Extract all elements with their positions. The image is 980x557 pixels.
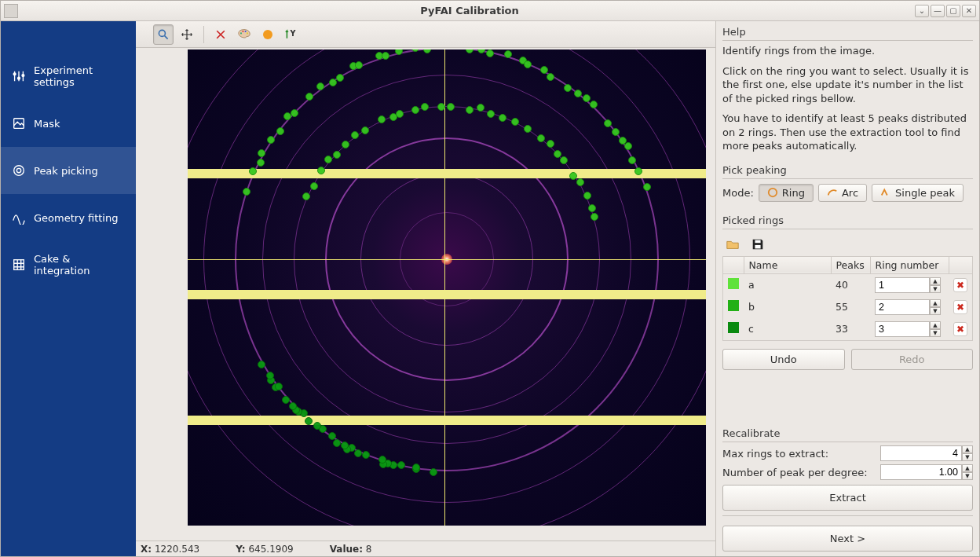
ring-down[interactable]: ▼	[930, 329, 941, 337]
sidebar-item-label: Experiment settings	[34, 64, 125, 88]
help-text-2: Click on the ring you want to select. Us…	[722, 64, 973, 106]
svg-rect-14	[755, 240, 760, 243]
ring-name: b	[744, 296, 831, 318]
ring-down[interactable]: ▼	[930, 285, 941, 293]
window-help-button[interactable]: ⌄	[915, 5, 929, 17]
pan-button[interactable]	[177, 24, 197, 45]
sidebar: Experiment settings Mask Peak picking Ge…	[1, 21, 136, 556]
ring-name: a	[744, 273, 831, 296]
help-text-1: Identify rings from the image.	[722, 44, 973, 58]
table-row[interactable]: b55▲▼✖	[723, 296, 973, 318]
sidebar-item-mask[interactable]: Mask	[1, 100, 136, 147]
app-window: PyFAI Calibration ⌄ — ▢ ✕ Experiment set…	[0, 0, 980, 557]
sidebar-item-label: Mask	[34, 118, 60, 130]
move-icon	[181, 28, 193, 41]
save-button[interactable]	[749, 236, 766, 253]
toolbar-separator	[203, 26, 204, 43]
extract-button[interactable]: Extract	[722, 485, 973, 511]
redo-button[interactable]: Redo	[851, 349, 974, 370]
mode-arc-button[interactable]: Arc	[818, 184, 867, 202]
delete-ring-button[interactable]: ✖	[953, 300, 967, 314]
help-title: Help	[722, 26, 973, 41]
clear-button[interactable]	[210, 24, 231, 45]
svg-point-1	[18, 77, 20, 79]
marker-button[interactable]	[258, 24, 278, 45]
window-title: PyFAI Calibration	[24, 5, 915, 16]
center-panel: Y	[136, 21, 715, 556]
ppd-down[interactable]: ▼	[962, 472, 973, 480]
palette-button[interactable]	[234, 24, 254, 45]
ppd-input[interactable]	[880, 464, 962, 480]
svg-point-2	[22, 75, 24, 77]
sidebar-item-label: Geometry fitting	[34, 212, 118, 224]
sidebar-item-experiment[interactable]: Experiment settings	[1, 53, 136, 100]
max-rings-up[interactable]: ▲	[962, 445, 973, 453]
zoom-button[interactable]	[153, 24, 174, 45]
ring-number-input[interactable]	[875, 299, 930, 315]
undo-redo-row: Undo Redo	[722, 349, 973, 370]
ring-number-input[interactable]	[875, 321, 930, 337]
window-close-button[interactable]: ✕	[962, 5, 976, 17]
window-maximize-button[interactable]: ▢	[946, 5, 960, 17]
color-swatch	[728, 322, 739, 333]
open-button[interactable]	[724, 236, 741, 253]
crosshair-vertical	[444, 49, 445, 526]
ring-down[interactable]: ▼	[930, 307, 941, 315]
table-row[interactable]: c33▲▼✖	[723, 318, 973, 341]
status-x: X: 1220.543	[141, 544, 199, 555]
max-rings-down[interactable]: ▼	[962, 453, 973, 461]
crosshair-horizontal	[188, 259, 706, 260]
sidebar-item-label: Cake & integration	[34, 253, 125, 277]
picked-title: Picked rings	[722, 214, 973, 229]
ring-up[interactable]: ▲	[930, 299, 941, 307]
ppd-up[interactable]: ▲	[962, 464, 973, 472]
mode-single-button[interactable]: Single peak	[872, 184, 964, 202]
color-swatch	[728, 278, 739, 289]
ring-up[interactable]: ▲	[930, 321, 941, 329]
mask-icon	[12, 116, 26, 130]
statusbar: X: 1220.543 Y: 645.1909 Value: 8	[136, 541, 715, 556]
zoom-icon	[157, 28, 170, 41]
picked-panel: Picked rings Name Peaks Ring number a40▲…	[722, 214, 973, 423]
window-minimize-button[interactable]: —	[931, 5, 945, 17]
col-ring[interactable]: Ring number	[870, 256, 949, 273]
grid-icon	[12, 258, 26, 272]
help-text-3: You have to identify at least 5 peaks di…	[722, 112, 973, 153]
app-body: Experiment settings Mask Peak picking Ge…	[1, 21, 979, 556]
mode-ring-button[interactable]: Ring	[759, 184, 814, 202]
ring-number-input[interactable]	[875, 277, 930, 293]
delete-ring-button[interactable]: ✖	[953, 278, 967, 292]
sidebar-item-peak-picking[interactable]: Peak picking	[1, 147, 136, 194]
axis-button[interactable]: Y	[281, 24, 302, 45]
color-swatch	[728, 300, 739, 311]
ring-peaks: 55	[831, 296, 870, 318]
col-peaks[interactable]: Peaks	[831, 256, 870, 273]
next-button[interactable]: Next >	[722, 526, 973, 552]
titlebar: PyFAI Calibration ⌄ — ▢ ✕	[1, 1, 979, 21]
ring-up[interactable]: ▲	[930, 277, 941, 285]
axis-icon: Y	[284, 28, 298, 41]
status-y: Y: 645.1909	[236, 544, 294, 555]
table-row[interactable]: a40▲▼✖	[723, 273, 973, 296]
sidebar-item-geometry[interactable]: Geometry fitting	[1, 194, 136, 241]
next-area: Next >	[722, 515, 973, 552]
sidebar-item-label: Peak picking	[34, 165, 98, 177]
sidebar-item-cake[interactable]: Cake & integration	[1, 241, 136, 288]
ppd-label: Number of peak per degree:	[722, 467, 868, 478]
svg-rect-6	[14, 260, 24, 270]
undo-button[interactable]: Undo	[722, 349, 845, 370]
pick-title: Pick peaking	[722, 164, 973, 179]
col-name[interactable]: Name	[744, 256, 831, 273]
svg-point-11	[247, 32, 248, 34]
picked-tools	[722, 233, 973, 256]
window-buttons: ⌄ — ▢ ✕	[915, 5, 976, 17]
ring-name: c	[744, 318, 831, 341]
diffraction-image[interactable]	[188, 49, 706, 526]
svg-point-5	[16, 168, 20, 172]
single-peak-icon	[880, 187, 891, 198]
ring-peaks: 40	[831, 273, 870, 296]
right-panel: Help Identify rings from the image. Clic…	[715, 21, 979, 556]
delete-ring-button[interactable]: ✖	[953, 322, 967, 336]
status-value: Value: 8	[330, 544, 372, 555]
max-rings-input[interactable]	[880, 445, 962, 461]
